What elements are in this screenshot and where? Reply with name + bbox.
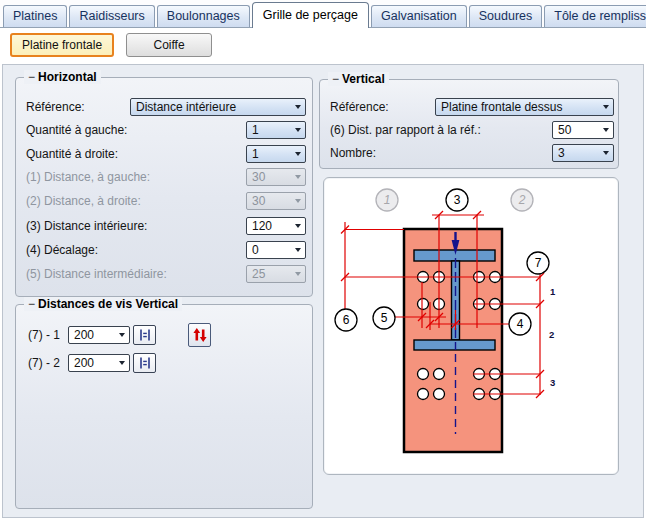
form-row: (4) Décalage: 0: [16, 241, 312, 260]
callout-1: 1: [384, 193, 391, 207]
tab-soudures[interactable]: Soudures: [469, 5, 543, 27]
screw-dist-1-combo[interactable]: 200: [68, 326, 130, 344]
qty-left-value: 1: [252, 122, 259, 138]
plate-button-row: Platine frontale Coiffe: [10, 33, 212, 57]
equal-spacing-icon: [138, 356, 152, 370]
drilling-grid-preview-panel: 1 2 3 6 5 4 7 1 2 3: [323, 177, 619, 475]
dist-right-label: (2) Distance, à droite:: [26, 194, 141, 208]
offset-combo[interactable]: 0: [246, 241, 306, 259]
qty-right-select[interactable]: 1: [246, 145, 306, 163]
spacing-label-1: 1: [550, 286, 556, 297]
ref-distance-combo[interactable]: 50: [552, 121, 614, 139]
tab-platines[interactable]: Platines: [3, 5, 67, 27]
screw-distances-group-title: −Distances de vis Vertical: [24, 297, 182, 311]
row-spacing-labels: 1 2 3: [549, 286, 556, 388]
callout-7: 7: [535, 256, 542, 270]
callout-5: 5: [381, 311, 388, 325]
form-row: Nombre: 3: [320, 144, 618, 163]
equal-spacing-icon: [138, 328, 152, 342]
collapse-toggle-icon[interactable]: −: [28, 297, 35, 311]
chevron-down-icon: [295, 248, 301, 252]
form-row: (1) Distance, à gauche: 30: [16, 168, 312, 187]
offset-label: (4) Décalage:: [26, 243, 98, 257]
intermediate-distance-value: 25: [252, 266, 265, 282]
form-row: Référence: Distance intérieure: [16, 98, 312, 117]
count-select[interactable]: 3: [552, 144, 614, 162]
dist-left-combo: 30: [246, 168, 306, 186]
form-row: (3) Distance intérieure: 120: [16, 217, 312, 236]
group-title-label: Horizontal: [38, 70, 97, 84]
chevron-down-icon: [119, 361, 125, 365]
tab-tole-de-remplissage[interactable]: Tôle de remplissage: [544, 5, 646, 27]
swap-order-button[interactable]: [188, 323, 211, 347]
main-panel: −Horizontal Référence: Distance intérieu…: [2, 64, 644, 518]
intermediate-distance-combo: 25: [246, 265, 306, 283]
bottom-flange-shape: [414, 340, 495, 350]
collapse-toggle-icon[interactable]: −: [332, 72, 339, 86]
spacing-label-2: 2: [549, 329, 554, 340]
cap-button[interactable]: Coiffe: [126, 33, 212, 57]
v-reference-value: Platine frontale dessus: [441, 99, 562, 115]
tab-boulonnages[interactable]: Boulonnages: [157, 5, 250, 27]
up-down-arrows-icon: [192, 327, 208, 343]
top-flange-shape: [414, 250, 495, 261]
collapse-toggle-icon[interactable]: −: [28, 70, 35, 84]
chevron-down-icon: [295, 152, 301, 156]
chevron-down-icon: [295, 175, 301, 179]
equal-spacing-button[interactable]: [133, 325, 156, 345]
tab-grille-de-percage[interactable]: Grille de perçage: [252, 2, 369, 28]
v-reference-label: Référence:: [330, 100, 389, 114]
qty-left-select[interactable]: 1: [246, 121, 306, 139]
callout-4: 4: [517, 317, 524, 331]
vertical-group: −Vertical Référence: Platine frontale de…: [319, 79, 619, 169]
chevron-down-icon: [119, 333, 125, 337]
equal-spacing-button[interactable]: [133, 353, 156, 373]
chevron-down-icon: [295, 105, 301, 109]
inner-distance-combo[interactable]: 120: [246, 217, 306, 235]
form-row: (7) - 2 200: [16, 354, 312, 373]
horizontal-group: −Horizontal Référence: Distance intérieu…: [15, 77, 313, 297]
spacing-label-3: 3: [550, 377, 555, 388]
tab-galvanisation[interactable]: Galvanisation: [371, 5, 467, 27]
chevron-down-icon: [603, 105, 609, 109]
form-row: (5) Distance intermédiaire: 25: [16, 265, 312, 284]
tab-raidisseurs[interactable]: Raidisseurs: [69, 5, 154, 27]
ref-distance-label: (6) Dist. par rapport à la réf.:: [330, 123, 481, 137]
callout-6: 6: [343, 313, 350, 327]
chevron-down-icon: [603, 128, 609, 132]
screw-dist-2-combo[interactable]: 200: [68, 354, 130, 372]
intermediate-distance-label: (5) Distance intermédiaire:: [26, 267, 167, 281]
qty-right-value: 1: [252, 146, 259, 162]
form-row: (6) Dist. par rapport à la réf.: 50: [320, 121, 618, 140]
chevron-down-icon: [295, 272, 301, 276]
reference-label: Référence:: [26, 100, 85, 114]
form-row: Quantité à droite: 1: [16, 145, 312, 164]
dist-right-combo: 30: [246, 192, 306, 210]
front-plate-button[interactable]: Platine frontale: [10, 33, 114, 57]
drilling-grid-diagram: 1 2 3 6 5 4 7 1 2 3: [324, 178, 618, 474]
screw-dist-1-label: (7) - 1: [28, 328, 60, 342]
form-row: (7) - 1 200: [16, 326, 312, 345]
inner-distance-label: (3) Distance intérieure:: [26, 219, 147, 233]
form-row: (2) Distance, à droite: 30: [16, 192, 312, 211]
dist-right-value: 30: [252, 193, 265, 209]
inner-distance-value: 120: [252, 218, 272, 234]
vertical-group-title: −Vertical: [328, 72, 389, 86]
screw-dist-2-value: 200: [74, 355, 94, 371]
dist-left-label: (1) Distance, à gauche:: [26, 170, 150, 184]
offset-value: 0: [252, 242, 259, 258]
reference-value: Distance intérieure: [136, 99, 236, 115]
count-label: Nombre:: [330, 146, 376, 160]
chevron-down-icon: [295, 199, 301, 203]
count-value: 3: [558, 145, 565, 161]
reference-select[interactable]: Distance intérieure: [130, 98, 306, 116]
form-row: Référence: Platine frontale dessus: [320, 98, 618, 117]
ref-distance-value: 50: [558, 122, 571, 138]
v-reference-select[interactable]: Platine frontale dessus: [435, 98, 614, 116]
qty-left-label: Quantité à gauche:: [26, 123, 127, 137]
chevron-down-icon: [295, 224, 301, 228]
callout-2: 2: [518, 193, 526, 207]
group-title-label: Distances de vis Vertical: [38, 297, 178, 311]
dist-left-value: 30: [252, 169, 265, 185]
screw-distances-group: −Distances de vis Vertical (7) - 1 200 (…: [15, 304, 313, 509]
